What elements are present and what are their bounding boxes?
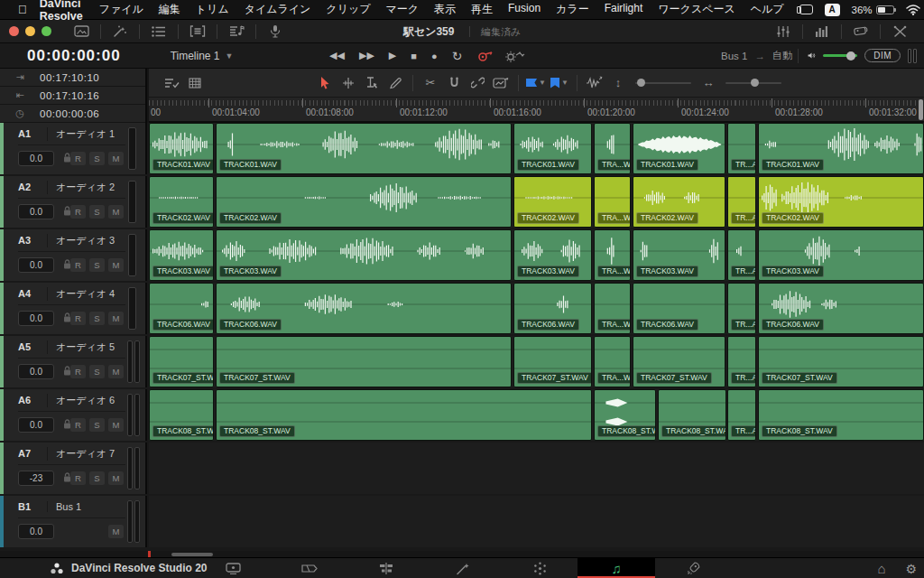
menu-item[interactable]: タイムライン [245, 2, 311, 17]
audio-clip[interactable]: TRACK01.WAV [633, 123, 725, 174]
audio-clip[interactable]: TRACK01.WAV [758, 123, 924, 174]
media-pool-icon[interactable] [66, 23, 97, 40]
track-name-label[interactable]: オーディオ 7 [47, 447, 115, 461]
track-mute-button[interactable]: M [108, 525, 124, 538]
vertical-scrollbar-thumb[interactable] [919, 99, 923, 120]
track-gain-field[interactable]: 0.0 [18, 151, 54, 166]
track-solo-button[interactable]: S [89, 418, 105, 432]
audio-clip[interactable]: TRACK07_ST.WAV [633, 336, 725, 387]
track-grid-icon[interactable] [183, 73, 207, 93]
track-gain-field[interactable]: 0.0 [18, 364, 54, 379]
menu-item[interactable]: 編集 [159, 2, 180, 17]
audio-clip[interactable]: TRACK06.WAV [216, 283, 512, 334]
track-solo-button[interactable]: S [89, 152, 105, 165]
flag-button[interactable]: ▼ [524, 73, 548, 93]
track-record-arm-button[interactable]: R [70, 418, 86, 432]
page-edit-icon[interactable] [368, 558, 404, 578]
track-record-arm-button[interactable]: R [70, 365, 86, 378]
audio-clip[interactable]: TRACK03.WAV [216, 229, 512, 281]
audio-clip[interactable]: TRACK06.WAV [149, 283, 214, 334]
track-record-arm-button[interactable]: R [70, 152, 86, 165]
audio-clip[interactable]: TRACK03.WAV [633, 229, 725, 281]
timeline-lane-A4[interactable]: TRACK06.WAVTRACK06.WAVTRACK06.WAVTRA...W… [149, 283, 924, 334]
rewind-button[interactable]: ◀◀ [329, 50, 345, 61]
timeline-lane-A2[interactable]: TRACK02.WAVTRACK02.WAVTRACK02.WAVTRA...W… [149, 176, 924, 228]
zoom-window-button[interactable] [42, 26, 51, 36]
track-solo-button[interactable]: S [89, 312, 105, 325]
selection-tool[interactable] [313, 73, 337, 93]
battery-status[interactable]: 36% [852, 5, 894, 15]
trim-tool[interactable] [337, 73, 360, 93]
dim-button[interactable]: DIM [864, 49, 901, 62]
horizontal-zoom-handle[interactable] [751, 79, 759, 87]
audio-clip[interactable]: TR...AV [727, 283, 756, 334]
timeline-lane-A1[interactable]: TRACK01.WAVTRACK01.WAVTRACK01.WAVTRA...W… [149, 123, 924, 174]
play-button[interactable]: ▶ [389, 50, 396, 61]
pencil-tool[interactable] [383, 73, 407, 93]
waveform-zoom-icon[interactable] [583, 73, 606, 93]
timeline-view-options-icon[interactable] [160, 73, 183, 93]
horizontal-zoom-slider[interactable] [725, 82, 781, 84]
audio-clip[interactable]: TRACK08_ST.WAV [658, 389, 726, 441]
track-record-arm-button[interactable]: R [70, 471, 86, 485]
project-settings-gear-icon[interactable]: ⚙ [905, 562, 917, 576]
track-header-A7[interactable]: A7オーディオ 7-23RSM [0, 443, 147, 494]
track-record-arm-button[interactable]: R [70, 312, 86, 325]
track-header-A1[interactable]: A1オーディオ 10.0RSM [0, 123, 147, 174]
close-window-button[interactable] [9, 26, 19, 36]
track-gain-field[interactable]: 0.0 [18, 204, 54, 219]
stage-manager-icon[interactable] [799, 5, 813, 14]
input-source-badge[interactable]: A [825, 4, 840, 16]
page-color-icon[interactable] [522, 558, 558, 578]
marker-button[interactable]: ▼ [548, 73, 571, 93]
av-link-icon[interactable] [489, 73, 513, 93]
vertical-zoom-handle[interactable] [637, 79, 645, 87]
audio-clip[interactable]: TRACK08_ST.WAV [594, 389, 656, 441]
audio-clip[interactable]: TRACK07_ST.WAV [149, 336, 214, 387]
track-solo-button[interactable]: S [89, 205, 105, 219]
audio-clip[interactable]: TRACK03.WAV [758, 229, 924, 281]
audio-clip[interactable]: TR...AV [727, 176, 756, 228]
menu-item[interactable]: マーク [385, 2, 419, 17]
timeline-lane-A5[interactable]: TRACK07_ST.WAVTRACK07_ST.WAVTRACK07_ST.W… [149, 336, 924, 387]
razor-cut-icon[interactable]: ✂ [419, 73, 442, 93]
audio-clip[interactable]: TRA...WAV [594, 336, 631, 387]
audio-clip[interactable]: TR...AV [727, 229, 756, 281]
range-selection-tool[interactable] [360, 73, 383, 93]
track-name-label[interactable]: オーディオ 6 [47, 394, 115, 407]
mixer-strip-icon[interactable] [182, 23, 213, 40]
fast-forward-button[interactable]: ▶▶ [359, 50, 374, 61]
timeline-lane-A6[interactable]: TRACK08_ST.WAVTRACK08_ST.WAVTRACK08_ST.W… [149, 389, 924, 441]
index-icon[interactable] [143, 23, 174, 40]
menu-item[interactable]: 再生 [471, 2, 493, 17]
track-mute-button[interactable]: M [108, 152, 124, 165]
audio-clip[interactable]: TRA...WAV [594, 123, 631, 174]
menu-item[interactable]: ワークスペース [658, 2, 735, 17]
audio-clip[interactable]: TRACK02.WAV [758, 176, 924, 228]
page-deliver-icon[interactable] [675, 558, 711, 578]
track-name-label[interactable]: オーディオ 3 [47, 234, 115, 247]
loop-button[interactable]: ↻ [452, 49, 463, 63]
page-media-icon[interactable] [215, 558, 251, 578]
volume-slider-handle[interactable] [846, 51, 855, 61]
menu-item[interactable]: 表示 [434, 2, 456, 17]
track-solo-button[interactable]: S [89, 471, 105, 485]
audio-clip[interactable]: TRACK02.WAV [216, 176, 512, 228]
page-cut-icon[interactable] [291, 558, 328, 578]
track-solo-button[interactable]: S [89, 258, 105, 272]
track-header-B1[interactable]: B1Bus 10.0M [0, 496, 147, 547]
timeline-ruler[interactable]: 00 00:01:04:0000:01:08:0000:01:12:0000:0… [149, 98, 924, 123]
track-gain-field[interactable]: 0.0 [18, 311, 54, 326]
menu-item[interactable]: カラー [556, 2, 589, 17]
audio-clip[interactable]: TRACK06.WAV [633, 283, 725, 334]
snapping-icon[interactable] [442, 73, 466, 93]
page-fairlight-icon-active[interactable]: ♫ [578, 558, 655, 578]
track-record-arm-button[interactable]: R [70, 205, 86, 219]
timeline-lane-A3[interactable]: TRACK03.WAVTRACK03.WAVTRACK03.WAVTRA...W… [149, 229, 924, 281]
audio-clip[interactable]: TRACK07_ST.WAV [513, 336, 592, 387]
range-in-row[interactable]: ⇥ 00:17:10:10 [0, 69, 145, 87]
audio-clip[interactable]: TR...AV [727, 389, 756, 441]
audio-clip[interactable]: TRACK08_ST.WAV [758, 389, 924, 441]
menu-item[interactable]: Fairlight [605, 2, 643, 17]
audio-clip[interactable]: TRACK03.WAV [513, 229, 592, 281]
